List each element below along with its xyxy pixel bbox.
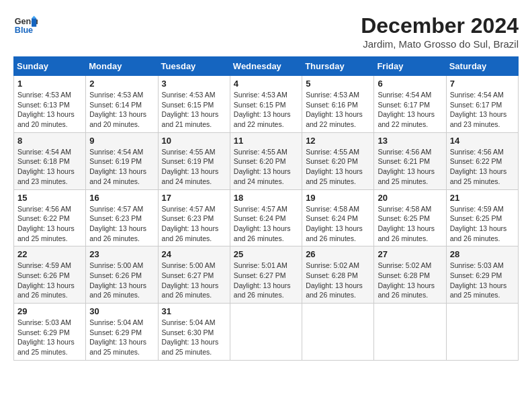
day-info: Sunrise: 4:57 AMSunset: 6:23 PMDaylight:…	[89, 204, 154, 244]
day-info: Sunrise: 4:53 AMSunset: 6:16 PMDaylight:…	[306, 90, 370, 130]
day-info: Sunrise: 5:02 AMSunset: 6:28 PMDaylight:…	[306, 261, 370, 300]
day-info: Sunrise: 5:04 AMSunset: 6:30 PMDaylight:…	[162, 318, 226, 357]
col-header-tuesday: Tuesday	[158, 57, 230, 76]
calendar-cell: 12Sunrise: 4:55 AMSunset: 6:20 PMDayligh…	[302, 132, 374, 189]
col-header-saturday: Saturday	[446, 57, 518, 76]
calendar-cell	[302, 304, 374, 361]
calendar-cell: 13Sunrise: 4:56 AMSunset: 6:21 PMDayligh…	[374, 132, 446, 189]
calendar-cell: 7Sunrise: 4:54 AMSunset: 6:17 PMDaylight…	[446, 76, 518, 133]
day-info: Sunrise: 4:57 AMSunset: 6:23 PMDaylight:…	[162, 204, 226, 244]
day-number: 16	[89, 193, 154, 203]
day-number: 27	[378, 249, 442, 259]
day-number: 5	[306, 79, 370, 89]
day-info: Sunrise: 4:58 AMSunset: 6:25 PMDaylight:…	[378, 204, 442, 244]
day-info: Sunrise: 5:01 AMSunset: 6:27 PMDaylight:…	[234, 261, 298, 300]
calendar-cell	[230, 304, 302, 361]
day-info: Sunrise: 4:56 AMSunset: 6:21 PMDaylight:…	[378, 147, 442, 187]
calendar-cell: 1Sunrise: 4:53 AMSunset: 6:13 PMDaylight…	[14, 76, 86, 133]
calendar-cell: 3Sunrise: 4:53 AMSunset: 6:15 PMDaylight…	[158, 76, 230, 133]
day-number: 25	[234, 249, 298, 259]
day-info: Sunrise: 5:02 AMSunset: 6:28 PMDaylight:…	[378, 261, 442, 300]
col-header-sunday: Sunday	[14, 57, 86, 76]
svg-marker-2	[32, 18, 36, 27]
calendar-cell: 16Sunrise: 4:57 AMSunset: 6:23 PMDayligh…	[86, 189, 158, 246]
calendar-cell: 27Sunrise: 5:02 AMSunset: 6:28 PMDayligh…	[374, 246, 446, 304]
day-info: Sunrise: 4:53 AMSunset: 6:15 PMDaylight:…	[234, 90, 298, 130]
day-info: Sunrise: 4:58 AMSunset: 6:24 PMDaylight:…	[306, 204, 370, 244]
day-info: Sunrise: 4:54 AMSunset: 6:17 PMDaylight:…	[378, 90, 442, 130]
day-info: Sunrise: 4:55 AMSunset: 6:20 PMDaylight:…	[306, 147, 370, 187]
day-info: Sunrise: 4:53 AMSunset: 6:13 PMDaylight:…	[17, 90, 82, 130]
day-number: 11	[234, 136, 298, 146]
day-number: 7	[450, 79, 515, 89]
calendar-cell: 15Sunrise: 4:56 AMSunset: 6:22 PMDayligh…	[14, 189, 86, 246]
day-number: 31	[162, 306, 226, 316]
day-info: Sunrise: 4:59 AMSunset: 6:25 PMDaylight:…	[450, 204, 515, 244]
calendar-cell	[374, 304, 446, 361]
calendar-cell: 14Sunrise: 4:56 AMSunset: 6:22 PMDayligh…	[446, 132, 518, 189]
day-info: Sunrise: 5:03 AMSunset: 6:29 PMDaylight:…	[450, 261, 515, 300]
day-number: 12	[306, 136, 370, 146]
calendar-cell: 29Sunrise: 5:03 AMSunset: 6:29 PMDayligh…	[14, 304, 86, 361]
calendar-cell: 24Sunrise: 5:00 AMSunset: 6:27 PMDayligh…	[158, 246, 230, 304]
day-number: 23	[89, 249, 154, 259]
calendar-cell: 6Sunrise: 4:54 AMSunset: 6:17 PMDaylight…	[374, 76, 446, 133]
calendar-cell: 17Sunrise: 4:57 AMSunset: 6:23 PMDayligh…	[158, 189, 230, 246]
location-title: Jardim, Mato Grosso do Sul, Brazil	[361, 38, 519, 50]
calendar-week-2: 8Sunrise: 4:54 AMSunset: 6:18 PMDaylight…	[14, 132, 519, 189]
day-number: 4	[234, 79, 298, 89]
calendar-cell: 31Sunrise: 5:04 AMSunset: 6:30 PMDayligh…	[158, 304, 230, 361]
col-header-thursday: Thursday	[302, 57, 374, 76]
day-number: 8	[17, 136, 82, 146]
calendar-cell: 28Sunrise: 5:03 AMSunset: 6:29 PMDayligh…	[446, 246, 518, 304]
calendar-cell: 9Sunrise: 4:54 AMSunset: 6:19 PMDaylight…	[86, 132, 158, 189]
calendar-cell: 10Sunrise: 4:55 AMSunset: 6:19 PMDayligh…	[158, 132, 230, 189]
col-header-friday: Friday	[374, 57, 446, 76]
calendar-header-row: SundayMondayTuesdayWednesdayThursdayFrid…	[14, 57, 519, 76]
calendar-week-4: 22Sunrise: 4:59 AMSunset: 6:26 PMDayligh…	[14, 246, 519, 304]
calendar-cell: 19Sunrise: 4:58 AMSunset: 6:24 PMDayligh…	[302, 189, 374, 246]
day-number: 13	[378, 136, 442, 146]
day-number: 21	[450, 193, 515, 203]
day-number: 29	[17, 306, 82, 316]
calendar-week-5: 29Sunrise: 5:03 AMSunset: 6:29 PMDayligh…	[14, 304, 519, 361]
day-number: 17	[162, 193, 226, 203]
day-number: 22	[17, 249, 82, 259]
calendar-cell: 8Sunrise: 4:54 AMSunset: 6:18 PMDaylight…	[14, 132, 86, 189]
day-number: 3	[162, 79, 226, 89]
calendar-cell: 25Sunrise: 5:01 AMSunset: 6:27 PMDayligh…	[230, 246, 302, 304]
day-number: 18	[234, 193, 298, 203]
day-number: 6	[378, 79, 442, 89]
day-number: 28	[450, 249, 515, 259]
calendar-cell: 18Sunrise: 4:57 AMSunset: 6:24 PMDayligh…	[230, 189, 302, 246]
day-number: 15	[17, 193, 82, 203]
month-title: December 2024	[361, 13, 519, 38]
calendar-week-1: 1Sunrise: 4:53 AMSunset: 6:13 PMDaylight…	[14, 76, 519, 133]
svg-text:Blue: Blue	[15, 26, 33, 35]
calendar-cell: 21Sunrise: 4:59 AMSunset: 6:25 PMDayligh…	[446, 189, 518, 246]
page-header: General Blue December 2024 Jardim, Mato …	[13, 13, 519, 50]
calendar-cell: 23Sunrise: 5:00 AMSunset: 6:26 PMDayligh…	[86, 246, 158, 304]
day-info: Sunrise: 4:56 AMSunset: 6:22 PMDaylight:…	[450, 147, 515, 187]
calendar-cell: 4Sunrise: 4:53 AMSunset: 6:15 PMDaylight…	[230, 76, 302, 133]
col-header-wednesday: Wednesday	[230, 57, 302, 76]
day-info: Sunrise: 5:00 AMSunset: 6:27 PMDaylight:…	[162, 261, 226, 300]
day-number: 14	[450, 136, 515, 146]
day-info: Sunrise: 4:55 AMSunset: 6:19 PMDaylight:…	[162, 147, 226, 187]
calendar-cell: 11Sunrise: 4:55 AMSunset: 6:20 PMDayligh…	[230, 132, 302, 189]
day-info: Sunrise: 4:59 AMSunset: 6:26 PMDaylight:…	[17, 261, 82, 300]
day-number: 10	[162, 136, 226, 146]
calendar-cell: 20Sunrise: 4:58 AMSunset: 6:25 PMDayligh…	[374, 189, 446, 246]
day-number: 26	[306, 249, 370, 259]
day-info: Sunrise: 5:04 AMSunset: 6:29 PMDaylight:…	[89, 318, 154, 357]
day-info: Sunrise: 5:03 AMSunset: 6:29 PMDaylight:…	[17, 318, 82, 357]
day-number: 2	[89, 79, 154, 89]
day-info: Sunrise: 4:56 AMSunset: 6:22 PMDaylight:…	[17, 204, 82, 244]
day-info: Sunrise: 4:57 AMSunset: 6:24 PMDaylight:…	[234, 204, 298, 244]
day-number: 1	[17, 79, 82, 89]
calendar-week-3: 15Sunrise: 4:56 AMSunset: 6:22 PMDayligh…	[14, 189, 519, 246]
day-info: Sunrise: 4:54 AMSunset: 6:17 PMDaylight:…	[450, 90, 515, 130]
day-info: Sunrise: 4:53 AMSunset: 6:14 PMDaylight:…	[89, 90, 154, 130]
day-number: 24	[162, 249, 226, 259]
logo-icon: General Blue	[13, 13, 38, 38]
